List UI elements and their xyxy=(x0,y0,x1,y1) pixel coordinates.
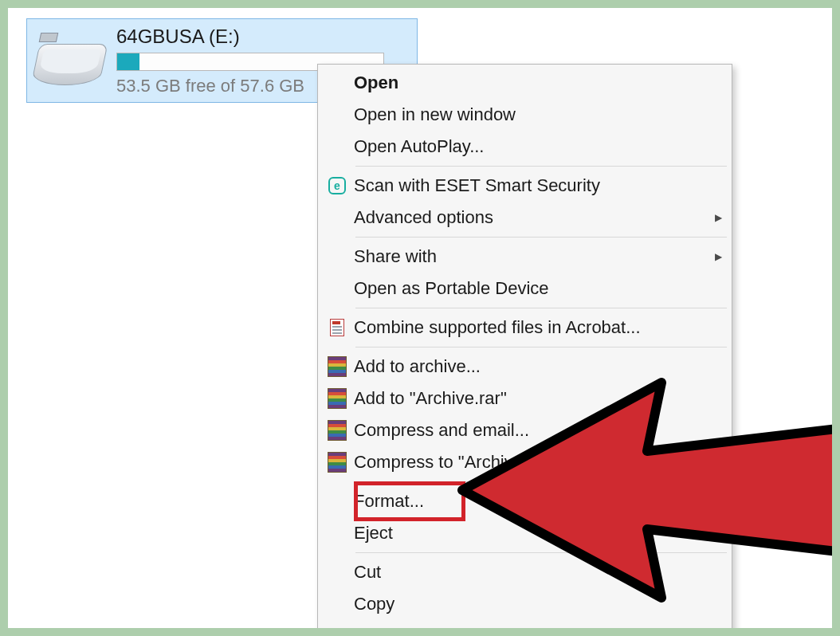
winrar-icon xyxy=(328,356,347,377)
menu-add-archive[interactable]: Add to archive... xyxy=(320,351,729,383)
context-menu: Open Open in new window Open AutoPlay...… xyxy=(317,64,732,636)
menu-compress-email-label: Compress and email... xyxy=(354,420,729,441)
separator xyxy=(355,237,727,238)
menu-share-with-label: Share with xyxy=(354,246,707,267)
separator xyxy=(355,552,727,553)
menu-scan-eset-label: Scan with ESET Smart Security xyxy=(354,175,729,196)
menu-paste-label: Paste xyxy=(354,626,729,636)
menu-combine-acrobat[interactable]: Combine supported files in Acrobat... xyxy=(320,312,729,344)
drive-label: 64GBUSA (E:) xyxy=(116,26,384,48)
menu-advanced-options-label: Advanced options xyxy=(354,207,707,228)
menu-copy-label: Copy xyxy=(354,594,729,614)
menu-cut[interactable]: Cut xyxy=(320,556,729,588)
menu-cut-label: Cut xyxy=(354,562,729,583)
menu-compress-email[interactable]: Compress and email... xyxy=(320,414,729,446)
menu-format-label: Format... xyxy=(354,491,729,512)
winrar-icon xyxy=(328,452,347,473)
separator xyxy=(355,308,727,308)
submenu-arrow-icon: ▶ xyxy=(707,251,729,262)
menu-copy[interactable]: Copy xyxy=(320,588,729,620)
separator xyxy=(355,481,727,482)
storage-used-fill xyxy=(117,53,139,70)
menu-add-archive-rar[interactable]: Add to "Archive.rar" xyxy=(320,383,729,414)
menu-combine-acrobat-label: Combine supported files in Acrobat... xyxy=(354,317,729,338)
menu-open-autoplay[interactable]: Open AutoPlay... xyxy=(320,131,729,163)
submenu-arrow-icon: ▶ xyxy=(707,212,729,223)
menu-open-new-window[interactable]: Open in new window xyxy=(320,99,729,131)
menu-add-archive-label: Add to archive... xyxy=(354,356,729,377)
menu-add-archive-rar-label: Add to "Archive.rar" xyxy=(354,388,729,409)
menu-scan-eset[interactable]: Scan with ESET Smart Security xyxy=(320,170,729,202)
menu-advanced-options[interactable]: Advanced options ▶ xyxy=(320,202,729,234)
menu-eject-label: Eject xyxy=(354,523,729,544)
menu-eject[interactable]: Eject xyxy=(320,517,729,549)
usb-drive-icon xyxy=(35,29,108,92)
acrobat-icon xyxy=(330,319,344,336)
menu-paste[interactable]: Paste xyxy=(320,620,729,636)
eset-icon xyxy=(328,177,346,194)
separator xyxy=(355,166,727,167)
menu-compress-to-label: Compress to "Archive.rar" and email xyxy=(354,452,729,473)
menu-open-autoplay-label: Open AutoPlay... xyxy=(354,136,729,157)
winrar-icon xyxy=(328,420,347,441)
menu-open-portable[interactable]: Open as Portable Device xyxy=(320,273,729,304)
menu-open[interactable]: Open xyxy=(320,67,729,99)
menu-open-new-window-label: Open in new window xyxy=(354,104,729,125)
separator xyxy=(355,347,727,347)
menu-share-with[interactable]: Share with ▶ xyxy=(320,241,729,273)
menu-open-label: Open xyxy=(354,73,729,93)
menu-open-portable-label: Open as Portable Device xyxy=(354,278,729,299)
menu-compress-to[interactable]: Compress to "Archive.rar" and email xyxy=(320,446,729,478)
winrar-icon xyxy=(328,388,347,409)
menu-format[interactable]: Format... xyxy=(320,485,729,517)
